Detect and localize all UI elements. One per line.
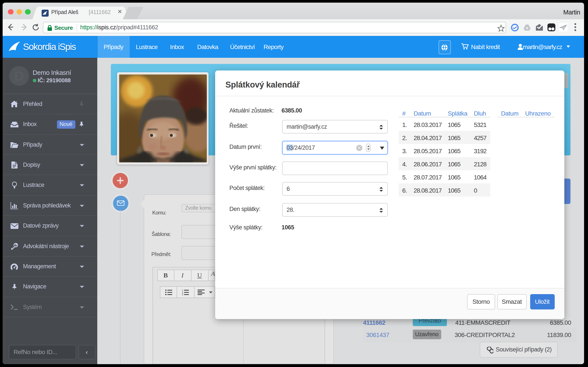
svg-text:3: 3 — [182, 293, 183, 295]
